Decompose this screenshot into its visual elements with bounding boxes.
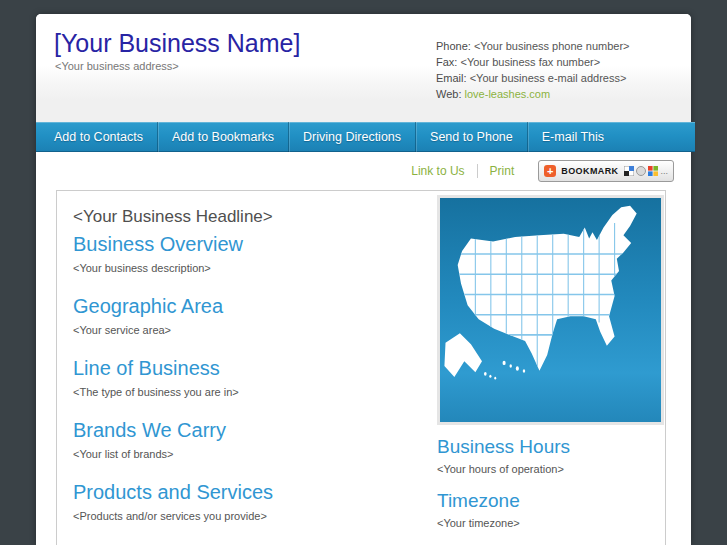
section-geographic-area: Geographic Area <Your service area>: [73, 294, 425, 337]
business-name: [Your Business Name]: [54, 28, 300, 58]
phone-label: Phone:: [436, 40, 471, 52]
bookmark-more: ...: [660, 166, 668, 176]
spacer: [437, 425, 664, 436]
bookmark-button[interactable]: + BOOKMARK: [538, 160, 674, 182]
section-products-and-services: Products and Services <Products and/or s…: [73, 480, 425, 523]
section-timezone: Timezone <Your timezone>: [437, 490, 664, 530]
section-title: Line of Business: [73, 356, 425, 380]
section-line-of-business: Line of Business <The type of business y…: [73, 356, 425, 399]
fax-value: <Your business fax number>: [460, 56, 600, 68]
section-business-hours: Business Hours <Your hours of operation>: [437, 436, 664, 476]
section-business-overview: Business Overview <Your business descrip…: [73, 232, 425, 275]
page-header: [Your Business Name] <Your business addr…: [36, 14, 691, 122]
nav-email-this[interactable]: E-mail This: [527, 122, 618, 152]
contact-info: Phone: <Your business phone number> Fax:…: [436, 38, 629, 102]
toolbar-divider: [477, 164, 478, 178]
section-title: Brands We Carry: [73, 418, 425, 442]
email-label: Email:: [436, 72, 467, 84]
bookmark-label: BOOKMARK: [561, 166, 618, 176]
nav-add-to-contacts[interactable]: Add to Contacts: [40, 122, 157, 152]
print-link[interactable]: Print: [490, 164, 515, 178]
nav-add-to-bookmarks[interactable]: Add to Bookmarks: [157, 122, 288, 152]
usa-map: [437, 195, 664, 425]
link-to-us-link[interactable]: Link to Us: [411, 164, 464, 178]
section-title: Products and Services: [73, 480, 425, 504]
section-title: Business Overview: [73, 232, 425, 256]
website-link[interactable]: love-leashes.com: [465, 88, 551, 100]
nav-send-to-phone[interactable]: Send to Phone: [415, 122, 527, 152]
main-content-box: <Your Business Headline> Business Overvi…: [56, 190, 666, 545]
section-text: <Your timezone>: [437, 516, 664, 530]
share-toolbar: Link to Us Print + BOOKMARK: [36, 152, 691, 190]
section-text: <Your business description>: [73, 261, 425, 275]
share-grid-icon: [648, 166, 658, 176]
sidebar-column: Business Hours <Your hours of operation>…: [437, 195, 664, 544]
business-address: <Your business address>: [55, 60, 179, 72]
content-card: [Your Business Name] <Your business addr…: [36, 14, 691, 545]
page-background: [Your Business Name] <Your business addr…: [0, 0, 727, 545]
web-label: Web:: [436, 88, 461, 100]
bookmark-share-icons: [624, 166, 658, 176]
bookmark-plus-icon: +: [544, 165, 556, 177]
section-text: <Products and/or services you provide>: [73, 509, 425, 523]
section-brands-we-carry: Brands We Carry <Your list of brands>: [73, 418, 425, 461]
section-title: Timezone: [437, 490, 664, 512]
section-title: Geographic Area: [73, 294, 425, 318]
section-text: <Your service area>: [73, 323, 425, 337]
email-value: <Your business e-mail address>: [470, 72, 627, 84]
email-row: Email: <Your business e-mail address>: [436, 70, 629, 86]
business-info-column: <Your Business Headline> Business Overvi…: [73, 206, 425, 545]
nav-driving-directions[interactable]: Driving Directions: [288, 122, 415, 152]
section-text: <Your list of brands>: [73, 447, 425, 461]
section-text: <Your hours of operation>: [437, 462, 664, 476]
phone-value: <Your business phone number>: [474, 40, 630, 52]
section-text: <The type of business you are in>: [73, 385, 425, 399]
phone-row: Phone: <Your business phone number>: [436, 38, 629, 54]
delicious-icon: [624, 166, 634, 176]
fax-row: Fax: <Your business fax number>: [436, 54, 629, 70]
fax-label: Fax:: [436, 56, 457, 68]
section-title: Business Hours: [437, 436, 664, 458]
web-row: Web: love-leashes.com: [436, 86, 629, 102]
digg-icon: [636, 166, 646, 176]
action-nav-bar: Add to Contacts Add to Bookmarks Driving…: [36, 122, 695, 152]
business-headline: <Your Business Headline>: [73, 206, 425, 228]
